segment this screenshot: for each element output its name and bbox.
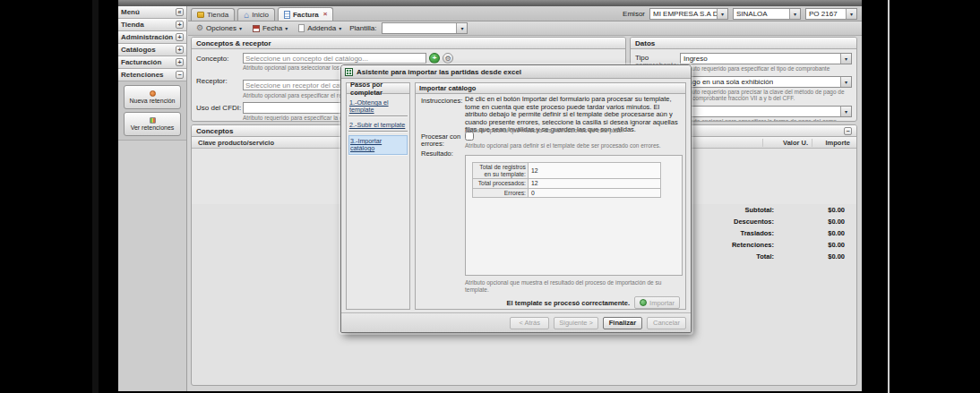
column-clave[interactable]: Clave producto/servicio <box>192 139 364 147</box>
sidebar-item-tienda[interactable]: Tienda + <box>118 19 186 31</box>
chevron-down-icon[interactable]: ▾ <box>717 9 727 19</box>
sidebar-header-menu[interactable]: Menú « <box>118 6 186 19</box>
concepto-tool-icon[interactable]: ⚙ <box>443 53 453 64</box>
column-valor-u[interactable]: Valor U. <box>762 139 812 147</box>
emisor-series-value: PO 2167 <box>806 10 838 18</box>
siguiente-button[interactable]: Siguiente > <box>554 317 598 329</box>
nueva-retencion-button[interactable]: Nueva retención <box>124 85 181 109</box>
step-2-subir-template[interactable]: 2.-Subir el template <box>348 120 408 132</box>
close-tab-icon[interactable]: × <box>323 11 328 18</box>
expand-icon[interactable]: + <box>176 46 184 54</box>
ver-retenciones-label: Ver retenciones <box>131 124 175 131</box>
result-row-label: Total de registros en su template: <box>473 163 529 179</box>
import-wizard-dialog: Asistente para importar las partidas des… <box>340 64 692 333</box>
chevron-down-icon[interactable]: ▾ <box>456 23 467 33</box>
total-value: $0.00 <box>774 241 856 249</box>
emisor-company-select[interactable]: MI EMPRESA S.A DE C. ▾ <box>649 8 728 20</box>
metodo-pago-select[interactable]: Pago en una sola exhibición ▾ <box>680 76 852 88</box>
expand-icon[interactable]: + <box>176 33 184 41</box>
tab-inicio[interactable]: ⌂ Inicio <box>237 8 275 21</box>
sidebar-item-label: Facturación <box>121 58 161 66</box>
emisor-company-value: MI EMPRESA S.A DE C. <box>650 10 717 18</box>
emisor-series-select[interactable]: PO 2167 ▾ <box>805 8 857 20</box>
fecha-button[interactable]: Fecha ▾ <box>250 23 290 33</box>
tab-label: Factura <box>293 11 319 19</box>
tipo-comprobante-select[interactable]: Ingreso ▾ <box>680 53 852 64</box>
result-row-procesados: Total procesados: 12 <box>473 179 661 189</box>
resultado-label: Resultado: <box>421 150 453 158</box>
total-value: $0.00 <box>774 229 856 237</box>
atras-button[interactable]: < Atrás <box>510 317 549 329</box>
fecha-label: Fecha <box>262 24 282 32</box>
chevron-down-icon[interactable]: ▾ <box>846 9 856 19</box>
ver-retenciones-button[interactable]: Ver retenciones <box>124 112 181 136</box>
forma-pago-hint: Atributo opcional para especificar la fo… <box>680 118 852 123</box>
panel-title: Conceptos <box>196 127 233 135</box>
home-icon: ⌂ <box>244 11 249 20</box>
result-row-label: Total procesados: <box>473 179 529 189</box>
tab-factura[interactable]: Factura × <box>278 7 334 21</box>
result-row-value: 12 <box>529 179 661 189</box>
procesar-errores-checkbox[interactable] <box>465 132 474 141</box>
add-concepto-icon[interactable]: + <box>429 53 440 64</box>
sidebar-item-retenciones[interactable]: Retenciones − <box>118 69 186 81</box>
tab-bar: Tienda ⌂ Inicio Factura × Emisor MI EMPR… <box>188 6 862 21</box>
import-pane: Importar catálogo Instrucciones: Dé clic… <box>415 82 686 310</box>
left-edge-strip <box>92 0 99 393</box>
retenciones-section: Nueva retención Ver retenciones <box>118 81 186 141</box>
metodo-field-group: Pago en una sola exhibición ▾ Atributo r… <box>680 76 855 102</box>
finalizar-button[interactable]: Finalizar <box>603 317 642 329</box>
collapse-sidebar-icon[interactable]: « <box>176 8 184 16</box>
sidebar-item-administracion[interactable]: Administración + <box>118 31 186 44</box>
calendar-icon <box>253 25 260 32</box>
instructions-hint: Atributo opcional que muestra las instru… <box>465 127 623 134</box>
result-row-value: 12 <box>529 163 661 179</box>
chevron-down-icon[interactable]: ▾ <box>840 54 851 64</box>
window-top-strip <box>118 0 862 6</box>
cancelar-button[interactable]: Cancelar <box>647 317 686 329</box>
store-icon <box>197 12 204 18</box>
dialog-title-bar[interactable]: Asistente para importar las partidas des… <box>341 65 691 79</box>
sidebar-menu-label: Menú <box>121 8 140 16</box>
status-row: El template se procesó correctamente. Im… <box>507 296 681 309</box>
emisor-branch-select[interactable]: SINALOA ▾ <box>733 8 801 20</box>
column-importe[interactable]: Importe <box>812 139 856 147</box>
collapse-icon[interactable]: − <box>176 71 184 79</box>
gear-icon: ⚙ <box>196 24 203 32</box>
sidebar-item-label: Retenciones <box>121 71 164 79</box>
tipo-comprobante-hint: Atributo requerido para especificar el t… <box>680 65 852 73</box>
nueva-retencion-label: Nueva retención <box>130 98 176 104</box>
metodo-pago-value: Pago en una sola exhibición <box>681 78 773 86</box>
result-row-value: 0 <box>529 188 661 198</box>
sidebar-item-facturacion[interactable]: Facturación + <box>118 56 186 69</box>
chevron-down-icon[interactable]: ▾ <box>789 9 800 19</box>
steps-title: Pasos por completar <box>350 81 406 97</box>
procesar-errores-hint: Atributo opcional para definir si el tem… <box>465 142 661 150</box>
sidebar-item-label: Administración <box>121 33 173 41</box>
result-row-label: Errores: <box>473 188 529 198</box>
emisor-label: Emisor <box>623 10 645 18</box>
chevron-down-icon[interactable]: ▾ <box>840 107 851 116</box>
addenda-button[interactable]: Addenda ▾ <box>296 23 344 33</box>
tab-tienda[interactable]: Tienda <box>191 8 235 21</box>
tipo-comprobante-value: Ingreso <box>681 55 708 63</box>
sidebar: Menú « Tienda + Administración + Catálog… <box>118 6 187 391</box>
screen: Menú « Tienda + Administración + Catálog… <box>0 0 980 393</box>
opciones-label: Opciones <box>206 24 236 32</box>
plantilla-select[interactable]: ▾ <box>382 22 468 34</box>
status-text: El template se procesó correctamente. <box>507 299 631 307</box>
step-3-importar-catalogo[interactable]: 3.-Importar catálogo <box>348 135 408 155</box>
expand-icon[interactable]: + <box>176 21 184 29</box>
chevron-down-icon[interactable]: ▾ <box>840 77 851 87</box>
forma-pago-select[interactable]: ▾ <box>680 106 852 117</box>
expand-icon[interactable]: + <box>176 58 184 66</box>
importar-button[interactable]: Importar <box>634 296 680 309</box>
result-row-registros: Total de registros en su template: 12 <box>473 163 661 179</box>
step-1-obtenga-template[interactable]: 1.-Obtenga el template <box>348 98 408 116</box>
opciones-button[interactable]: ⚙ Opciones ▾ <box>193 23 245 33</box>
view-retentions-icon <box>150 117 156 124</box>
collapse-panel-icon[interactable]: − <box>844 127 852 135</box>
total-value: $0.00 <box>774 206 856 214</box>
concepto-input[interactable] <box>243 53 426 64</box>
sidebar-item-catalogos[interactable]: Catálogos + <box>118 44 186 56</box>
